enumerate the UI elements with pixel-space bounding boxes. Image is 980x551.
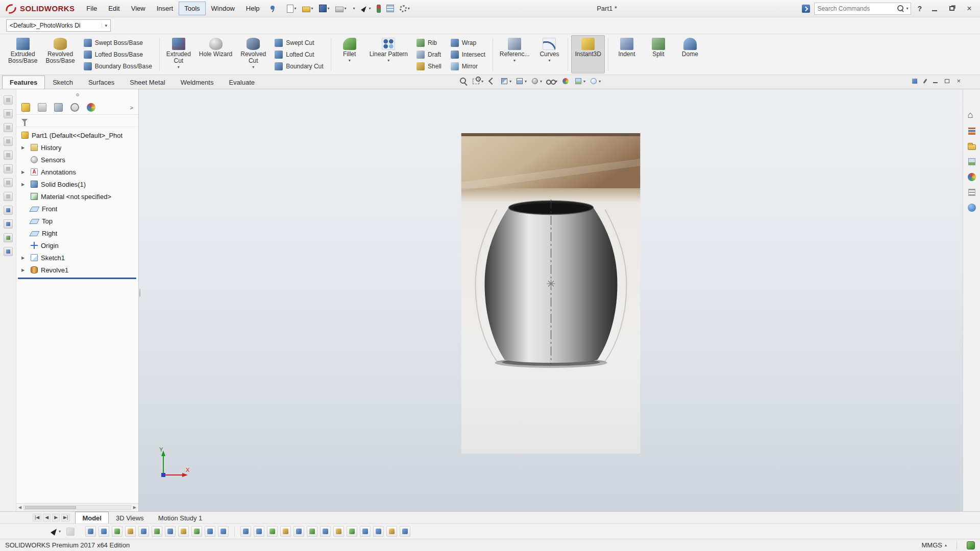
- display-style-button[interactable]: ▾: [530, 77, 543, 86]
- chevron-down-icon[interactable]: ▾: [102, 23, 107, 28]
- line-icon[interactable]: [112, 526, 122, 537]
- lofted-cut-button[interactable]: Lofted Cut: [273, 48, 325, 60]
- menu-tools[interactable]: Tools: [179, 2, 205, 15]
- instant2d-icon[interactable]: [373, 526, 384, 537]
- point-icon[interactable]: [191, 526, 202, 537]
- dropdown-arrow-icon[interactable]: ▾: [540, 79, 542, 84]
- dimxpertmanager-icon[interactable]: [70, 103, 79, 112]
- swept-boss-button[interactable]: Swept Boss/Base: [82, 37, 154, 48]
- linear-sketch-pattern-icon[interactable]: [293, 526, 304, 537]
- dropdown-arrow-icon[interactable]: ▾: [387, 58, 389, 63]
- appearances-icon[interactable]: [967, 172, 977, 182]
- spline-icon[interactable]: [178, 526, 189, 537]
- tree-item-history[interactable]: ▶History: [16, 141, 138, 154]
- dropdown-arrow-icon[interactable]: ▾: [349, 58, 351, 63]
- tab-evaluate[interactable]: Evaluate: [221, 76, 262, 89]
- zoom-to-fit-button[interactable]: [458, 77, 469, 86]
- tab-sheet-metal[interactable]: Sheet Metal: [122, 76, 173, 89]
- menu-file[interactable]: File: [81, 2, 103, 15]
- rectangle-icon[interactable]: [125, 526, 136, 537]
- dropdown-arrow-icon[interactable]: ▾: [525, 79, 527, 84]
- menu-help[interactable]: Help: [240, 2, 265, 15]
- dropdown-arrow-icon[interactable]: ▾: [178, 65, 180, 69]
- unit-system[interactable]: MMGS: [922, 541, 942, 549]
- view-palette-icon[interactable]: [967, 157, 977, 167]
- mirror-button[interactable]: Mirror: [449, 60, 487, 72]
- previous-view-button[interactable]: [486, 77, 497, 86]
- revolved-cut-button[interactable]: RevolvedCut▾: [237, 35, 270, 73]
- sketch-toggle-icon[interactable]: [66, 528, 75, 536]
- tab-weldments[interactable]: Weldments: [173, 76, 222, 89]
- sketch-picture-icon[interactable]: [400, 526, 410, 537]
- indent-button[interactable]: Indent: [611, 35, 642, 73]
- tree-item-solid-bodies-1[interactable]: ▶Solid Bodies(1): [16, 178, 138, 190]
- tree-item-annotations[interactable]: ▶Annotations: [16, 166, 138, 178]
- view-orientation-button[interactable]: ▾: [514, 77, 527, 86]
- expand-arrow-icon[interactable]: ▶: [21, 145, 24, 150]
- restore-icon[interactable]: [945, 79, 949, 83]
- linear-pattern-button[interactable]: Linear Pattern▾: [366, 35, 411, 73]
- tab-3d-views[interactable]: 3D Views: [109, 512, 151, 523]
- expand-arrow-icon[interactable]: ▶: [21, 170, 24, 174]
- plane-icon[interactable]: [218, 526, 229, 537]
- undo-stack-icon[interactable]: [4, 178, 13, 187]
- boundary-boss-button[interactable]: Boundary Boss/Base: [82, 60, 154, 72]
- dropdown-arrow-icon[interactable]: ▾: [311, 6, 313, 11]
- expand-tabs-icon[interactable]: >: [130, 105, 133, 111]
- offset-entities-icon[interactable]: [267, 526, 278, 537]
- rapid-sketch-icon[interactable]: [360, 526, 371, 537]
- tree-item-part1-default-default-phot[interactable]: Part1 (Default<<Default>_Phot: [16, 129, 138, 141]
- help-icon[interactable]: ?: [915, 5, 924, 13]
- select-dropdown-icon[interactable]: ▾: [59, 529, 61, 534]
- tree-item-sketch1[interactable]: ▶Sketch1: [16, 252, 138, 264]
- clipboard-icon[interactable]: [4, 151, 13, 160]
- resources-icon[interactable]: [802, 5, 810, 13]
- scroll-left-icon[interactable]: ◀: [17, 505, 22, 510]
- monitor-icon[interactable]: [4, 206, 13, 215]
- boundary-cut-button[interactable]: Boundary Cut: [273, 60, 325, 72]
- menu-edit[interactable]: Edit: [103, 2, 125, 15]
- split-button[interactable]: Split: [643, 35, 674, 73]
- save-button[interactable]: ▾: [317, 3, 332, 14]
- redo-stack-icon[interactable]: [4, 192, 13, 201]
- convert-entities-icon[interactable]: [254, 526, 264, 537]
- new-document-button[interactable]: ▾: [285, 3, 299, 14]
- dropdown-arrow-icon[interactable]: ▾: [295, 6, 297, 11]
- open-button[interactable]: ▾: [300, 3, 315, 14]
- expand-arrow-icon[interactable]: ▶: [21, 268, 24, 272]
- splitter-handle-icon[interactable]: [139, 289, 140, 297]
- dropdown-arrow-icon[interactable]: ▾: [599, 79, 601, 84]
- model-render[interactable]: [461, 133, 641, 454]
- paste-icon[interactable]: [4, 95, 13, 105]
- solidworks-forum-icon[interactable]: [967, 203, 977, 213]
- close-button[interactable]: ×: [963, 3, 976, 14]
- splitter-handle-icon[interactable]: [76, 93, 79, 96]
- search-input[interactable]: [817, 5, 895, 12]
- quick-tips-icon[interactable]: [967, 541, 975, 549]
- cut-icon[interactable]: [4, 123, 13, 132]
- intersect-button[interactable]: Intersect: [449, 48, 487, 60]
- dock-icon[interactable]: [912, 79, 917, 84]
- menu-window[interactable]: Window: [206, 2, 240, 15]
- first-tab-icon[interactable]: |◀: [33, 514, 41, 521]
- rendered-scene[interactable]: [461, 133, 641, 454]
- shaded-sketch-contours-icon[interactable]: [386, 526, 397, 537]
- tree-item-front[interactable]: Front: [16, 203, 138, 215]
- next-tab-icon[interactable]: ▶: [52, 514, 60, 521]
- dropdown-arrow-icon[interactable]: ▾: [353, 6, 355, 11]
- dropdown-arrow-icon[interactable]: ▾: [328, 6, 330, 11]
- featuremanager-tree-icon[interactable]: [21, 103, 30, 112]
- dropdown-arrow-icon[interactable]: ▾: [509, 79, 511, 84]
- expand-arrow-icon[interactable]: ▶: [21, 182, 24, 187]
- minimize-button[interactable]: [928, 3, 941, 14]
- dropdown-arrow-icon[interactable]: ▾: [252, 65, 254, 69]
- search-icon[interactable]: [897, 5, 904, 12]
- home-icon[interactable]: [967, 111, 977, 121]
- tree-item-top[interactable]: Top: [16, 215, 138, 227]
- configuration-dropdown[interactable]: <Default>_PhotoWorks Di ▾: [6, 19, 111, 32]
- record-icon[interactable]: [4, 219, 13, 229]
- print-button[interactable]: ▾: [333, 3, 349, 14]
- extruded-boss-button[interactable]: ExtrudedBoss/Base: [5, 35, 41, 73]
- menu-insert[interactable]: Insert: [151, 2, 179, 15]
- appearance-target-icon[interactable]: [4, 233, 13, 242]
